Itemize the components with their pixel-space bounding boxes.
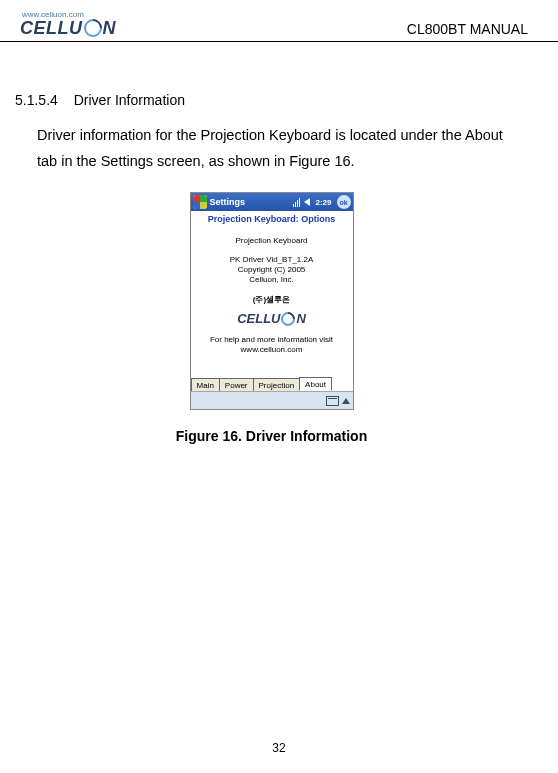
about-footer-line: www.celluon.com (191, 345, 353, 354)
window-subtitle: Projection Keyboard: Options (191, 211, 353, 229)
tab-power[interactable]: Power (219, 378, 254, 391)
company-logo: www.celluon.com CELLU N (20, 10, 116, 37)
speaker-icon (304, 198, 310, 206)
about-line: Copyright (C) 2005 (191, 265, 353, 274)
company-name-korean: (주)셀루온 (253, 294, 290, 305)
sip-caret-icon[interactable] (342, 398, 350, 404)
page-header: www.celluon.com CELLU N CL800BT MANUAL (0, 0, 558, 42)
start-icon[interactable] (193, 195, 207, 209)
page-number: 32 (0, 741, 558, 755)
clock: 2:29 (315, 198, 331, 207)
ok-button[interactable]: ok (337, 195, 351, 209)
figure: Settings 2:29 ok Projection Keyboard: Op… (15, 192, 528, 444)
section-title: Driver Information (74, 92, 185, 108)
section-number: 5.1.5.4 (15, 92, 58, 108)
about-footer-line: For help and more information visit (191, 335, 353, 344)
logo-text: CELLU N (20, 19, 116, 37)
section-heading: 5.1.5.4 Driver Information (15, 92, 528, 108)
page-content: 5.1.5.4 Driver Information Driver inform… (0, 42, 558, 444)
about-line: Celluon, Inc. (191, 275, 353, 284)
body-paragraph: Driver information for the Projection Ke… (37, 122, 524, 174)
about-panel: Projection Keyboard PK Driver Vid_BT_1.2… (191, 229, 353, 354)
about-logo: CELLU N (191, 311, 353, 326)
tab-main[interactable]: Main (191, 378, 220, 391)
about-line: Projection Keyboard (191, 236, 353, 245)
embedded-screenshot: Settings 2:29 ok Projection Keyboard: Op… (190, 192, 354, 410)
signal-icon (293, 197, 299, 207)
figure-caption: Figure 16. Driver Information (15, 428, 528, 444)
tab-bar: Main Power Projection About (191, 375, 353, 391)
logo-ring-icon (80, 15, 105, 40)
tab-projection[interactable]: Projection (253, 378, 301, 391)
input-panel-bar (191, 391, 353, 409)
window-titlebar: Settings 2:29 ok (191, 193, 353, 211)
document-title: CL800BT MANUAL (407, 21, 528, 37)
about-line: PK Driver Vid_BT_1.2A (191, 255, 353, 264)
tab-about[interactable]: About (299, 377, 332, 391)
window-title: Settings (210, 197, 246, 207)
keyboard-icon[interactable] (326, 396, 339, 406)
